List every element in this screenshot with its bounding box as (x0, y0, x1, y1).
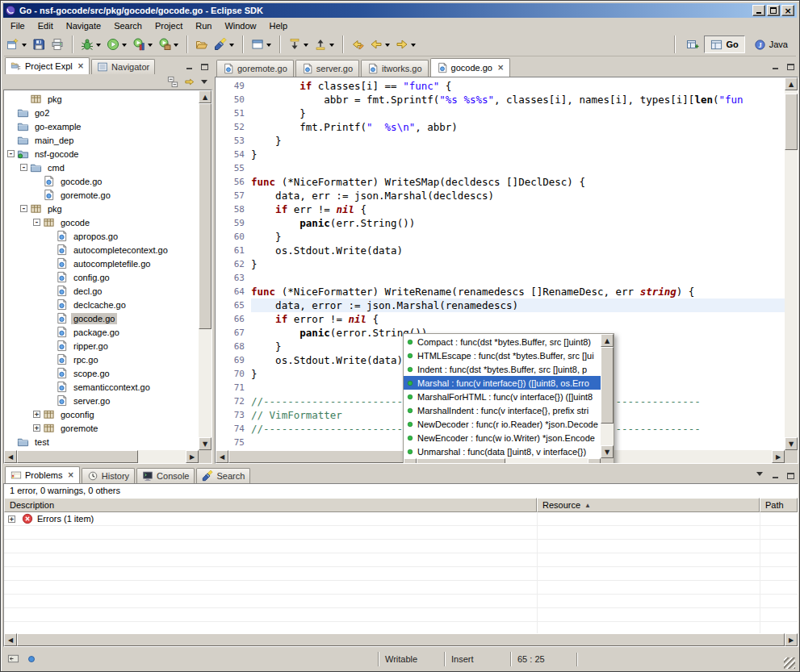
tree-item[interactable]: rpc.go (4, 353, 199, 366)
menu-item[interactable]: Window (218, 19, 262, 32)
tree-expand-toggle[interactable] (20, 95, 27, 102)
maximize-button[interactable] (767, 5, 780, 16)
open-file-button[interactable] (193, 35, 211, 54)
scroll-down-button[interactable]: ▼ (601, 445, 614, 458)
menu-item[interactable]: Search (107, 19, 149, 32)
tree-item[interactable]: + goconfig (4, 407, 199, 421)
new-wizard-button[interactable] (4, 35, 29, 54)
link-with-editor-button[interactable] (184, 76, 196, 88)
scroll-up-button[interactable]: ▲ (601, 334, 614, 347)
tree-expand-toggle[interactable] (33, 191, 40, 198)
autocomplete-item[interactable]: MarshalIndent : func(v interface{}, pref… (404, 403, 601, 417)
tree-item[interactable]: semanticcontext.go (4, 380, 199, 394)
tree-item[interactable]: - nsf-gocode (4, 147, 199, 161)
scroll-right-button[interactable]: ▶ (588, 458, 601, 464)
tree-item[interactable]: gocode.go (4, 311, 199, 325)
tree-item[interactable]: test (4, 435, 199, 449)
scroll-left-button[interactable]: ◀ (4, 633, 17, 646)
last-edit-location-button[interactable] (349, 35, 366, 54)
open-perspective-button[interactable] (684, 35, 702, 53)
scrollbar-thumb[interactable] (199, 103, 212, 329)
tree-expand-toggle[interactable] (7, 438, 15, 445)
tree-item[interactable]: goremote.go (4, 188, 199, 202)
editor-tab[interactable]: goremote.go (216, 60, 294, 77)
scroll-down-button[interactable]: ▼ (199, 437, 212, 450)
tree-item[interactable]: declcache.go (4, 298, 199, 311)
scroll-left-button[interactable]: ◀ (216, 450, 228, 463)
tree-item[interactable]: - pkg (4, 202, 199, 215)
tree-expand-toggle[interactable] (46, 287, 53, 294)
row-expand-toggle[interactable]: + (8, 515, 15, 523)
editor-tab[interactable]: itworks.go (361, 60, 429, 77)
perspective-button[interactable]: Go (704, 35, 744, 53)
column-header[interactable]: Description (4, 498, 537, 512)
scrollbar-thumb[interactable] (417, 458, 505, 464)
tree-expand-toggle[interactable] (7, 123, 15, 130)
back-button[interactable] (367, 35, 392, 54)
dropdown-arrow-icon[interactable] (329, 44, 334, 49)
debug-button[interactable] (78, 35, 103, 54)
dropdown-arrow-icon[interactable] (122, 44, 127, 49)
tree-item[interactable]: ripper.go (4, 339, 199, 353)
print-button[interactable] (48, 35, 66, 54)
menu-item[interactable]: Run (189, 19, 218, 32)
scrollbar-thumb[interactable] (17, 633, 785, 646)
scrollbar-thumb[interactable] (17, 450, 138, 463)
prev-annotation-button[interactable] (312, 35, 337, 54)
column-header[interactable]: Path (760, 498, 798, 512)
autocomplete-item[interactable]: HTMLEscape : func(dst *bytes.Buffer, src… (404, 349, 601, 362)
dropdown-arrow-icon[interactable] (411, 44, 416, 49)
tree-expand-toggle[interactable]: - (20, 205, 27, 212)
maximize-view-button[interactable] (198, 60, 211, 72)
view-tab[interactable]: Problems × (5, 466, 80, 483)
dropdown-arrow-icon[interactable] (304, 44, 308, 49)
view-tab[interactable]: Search (196, 468, 250, 483)
tree-item[interactable]: autocompletecontext.go (4, 243, 199, 257)
popup-vertical-scrollbar[interactable]: ▲ ▼ (601, 334, 614, 458)
explorer-horizontal-scrollbar[interactable]: ◀ ▶ (4, 450, 199, 463)
editor-tab[interactable]: gocode.go × (430, 58, 511, 77)
next-annotation-button[interactable] (286, 35, 311, 54)
forward-button[interactable] (393, 35, 418, 54)
resize-grip[interactable] (784, 657, 795, 669)
tree-item[interactable]: + goremote (4, 421, 199, 435)
tree-expand-toggle[interactable] (46, 301, 53, 308)
view-tab[interactable]: Navigator (91, 59, 155, 74)
scroll-left-button[interactable]: ◀ (404, 458, 417, 464)
column-header[interactable]: Resource ▲ (537, 498, 760, 512)
tree-expand-toggle[interactable] (46, 232, 53, 240)
view-tab[interactable]: History (82, 468, 135, 483)
tree-expand-toggle[interactable] (46, 369, 53, 377)
scrollbar-thumb[interactable] (228, 450, 430, 463)
editor-vertical-scrollbar[interactable]: ▲ ▼ (785, 77, 798, 450)
tab-close-icon[interactable]: × (67, 471, 73, 479)
tree-expand-toggle[interactable]: - (33, 219, 40, 226)
scroll-right-button[interactable]: ▶ (772, 450, 785, 463)
autocomplete-item[interactable]: Indent : func(dst *bytes.Buffer, src []u… (404, 362, 601, 376)
tree-expand-toggle[interactable] (46, 246, 53, 253)
minimize-view-button[interactable] (769, 469, 781, 481)
tree-expand-toggle[interactable] (46, 383, 53, 390)
view-menu-icon[interactable] (201, 80, 207, 87)
editor-tab[interactable]: server.go (295, 60, 359, 77)
tree-item[interactable]: autocompletefile.go (4, 257, 199, 270)
scroll-right-button[interactable]: ▶ (186, 450, 199, 463)
dropdown-arrow-icon[interactable] (266, 44, 271, 49)
view-tab[interactable]: Console (136, 468, 195, 483)
maximize-editor-button[interactable] (784, 60, 797, 72)
collapse-all-button[interactable] (167, 76, 179, 88)
scroll-up-button[interactable]: ▲ (785, 77, 798, 90)
tree-expand-toggle[interactable] (46, 315, 53, 322)
menu-item[interactable]: File (4, 19, 31, 32)
autocomplete-item[interactable]: MarshalForHTML : func(v interface{}) ([]… (404, 390, 601, 403)
maximize-view-button[interactable] (784, 469, 797, 481)
tree-item[interactable]: config.go (4, 270, 199, 284)
tree-item[interactable]: go-example (4, 119, 199, 133)
menu-item[interactable]: Navigate (60, 19, 107, 32)
tree-expand-toggle[interactable]: - (20, 164, 27, 171)
tab-close-icon[interactable]: × (77, 62, 84, 70)
menu-item[interactable]: Edit (31, 19, 60, 32)
search-button[interactable] (212, 35, 237, 54)
pin-icon[interactable] (26, 653, 37, 665)
tree-expand-toggle[interactable] (7, 109, 15, 116)
